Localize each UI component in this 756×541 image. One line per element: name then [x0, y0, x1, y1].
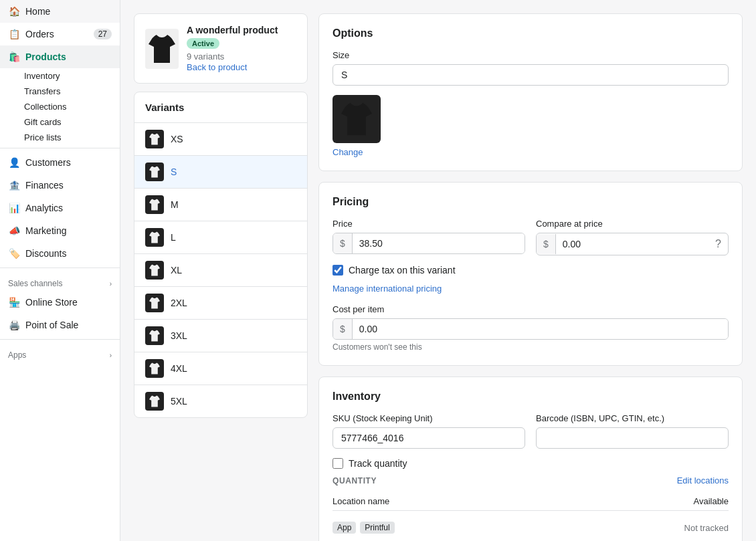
sales-channels-chevron[interactable]: › — [110, 280, 112, 288]
inventory-fields-row: SKU (Stock Keeping Unit) Barcode (ISBN, … — [333, 413, 729, 449]
sidebar: 🏠 Home 📋 Orders 27 🛍️ Products Inventory… — [0, 0, 120, 541]
sidebar-item-orders[interactable]: 📋 Orders 27 — [0, 23, 120, 45]
change-image-link[interactable]: Change — [333, 147, 363, 157]
pricing-card: Pricing Price $ Compare at price $ — [318, 182, 743, 366]
variant-label: 5XL — [171, 396, 187, 407]
variant-thumbnail — [145, 261, 164, 280]
variant-label: M — [171, 199, 179, 210]
variant-label: 2XL — [171, 298, 187, 308]
sidebar-item-discounts[interactable]: 🏷️ Discounts — [0, 242, 120, 265]
back-to-product-link[interactable]: Back to product — [187, 62, 247, 72]
variant-item[interactable]: XL — [134, 254, 307, 287]
price-currency-symbol: $ — [333, 233, 353, 253]
cost-section: Cost per item $ Customers won't see this — [333, 304, 729, 352]
size-input[interactable] — [333, 64, 729, 86]
products-icon: 🛍️ — [8, 51, 20, 63]
left-panel: A wonderful product Active 9 variants Ba… — [134, 13, 308, 528]
barcode-label: Barcode (ISBN, UPC, GTIN, etc.) — [536, 413, 729, 423]
compare-help-icon[interactable]: ? — [708, 233, 728, 255]
quantity-section: QUANTITY Edit locations Location name Av… — [333, 475, 729, 539]
price-input-wrapper: $ — [333, 233, 525, 254]
location-tag: Printful — [360, 522, 394, 534]
variant-thumbnail — [145, 195, 164, 214]
compare-input-wrapper: $ ? — [536, 233, 729, 255]
track-quantity-checkbox[interactable] — [333, 458, 343, 469]
right-panel: Options Size Change Pricing Pr — [318, 13, 743, 528]
sidebar-item-customers[interactable]: 👤 Customers — [0, 151, 120, 174]
compare-price-label: Compare at price — [536, 219, 729, 229]
variant-thumbnail — [145, 392, 164, 411]
quantity-row: AppPrintful Not tracked — [333, 516, 729, 539]
sidebar-item-finances[interactable]: 🏦 Finances — [0, 174, 120, 197]
product-info: A wonderful product Active 9 variants Ba… — [187, 25, 296, 72]
variant-thumbnail — [145, 163, 164, 181]
available-col-header: Available — [693, 496, 729, 506]
charge-tax-row: Charge tax on this variant — [333, 265, 729, 276]
sidebar-item-marketing[interactable]: 📣 Marketing — [0, 219, 120, 242]
variants-title: Variants — [134, 92, 307, 123]
edit-locations-link[interactable]: Edit locations — [677, 475, 729, 485]
charge-tax-checkbox[interactable] — [333, 265, 343, 276]
variant-item[interactable]: M — [134, 189, 307, 221]
sku-label: SKU (Stock Keeping Unit) — [333, 413, 525, 423]
sidebar-item-home[interactable]: 🏠 Home — [0, 0, 120, 23]
manage-international-pricing-link[interactable]: Manage international pricing — [333, 284, 442, 294]
variant-label: S — [171, 167, 177, 177]
sidebar-item-online-store[interactable]: 🏪 Online Store — [0, 291, 120, 314]
cost-hint: Customers won't see this — [333, 342, 729, 352]
orders-icon: 📋 — [8, 28, 20, 40]
location-col-header: Location name — [333, 496, 389, 506]
location-name: AppPrintful — [333, 522, 395, 534]
apps-section: Apps › — [0, 342, 120, 362]
sidebar-sub-price-lists[interactable]: Price lists — [0, 130, 120, 145]
quantity-header: QUANTITY Edit locations — [333, 475, 729, 485]
sidebar-sub-collections[interactable]: Collections — [0, 99, 120, 114]
barcode-input[interactable] — [536, 427, 729, 449]
apps-chevron[interactable]: › — [110, 352, 112, 359]
price-col: Price $ — [333, 219, 525, 255]
variant-thumbnail — [145, 294, 164, 312]
content-area: A wonderful product Active 9 variants Ba… — [120, 0, 756, 541]
product-thumbnail — [145, 29, 179, 69]
track-quantity-label[interactable]: Track quantity — [349, 458, 407, 469]
variant-item[interactable]: 3XL — [134, 320, 307, 352]
sku-input[interactable] — [333, 427, 525, 449]
sidebar-item-products[interactable]: 🛍️ Products — [0, 45, 120, 68]
price-label: Price — [333, 219, 525, 229]
product-status-badge: Active — [187, 38, 219, 49]
inventory-title: Inventory — [333, 391, 729, 403]
marketing-icon: 📣 — [8, 225, 20, 237]
variant-thumbnail — [145, 359, 164, 378]
sidebar-item-analytics[interactable]: 📊 Analytics — [0, 197, 120, 219]
size-label: Size — [333, 50, 729, 60]
compare-price-col: Compare at price $ ? — [536, 219, 729, 255]
compare-currency-symbol: $ — [537, 234, 556, 254]
variant-thumbnail — [145, 228, 164, 247]
variant-item[interactable]: 2XL — [134, 287, 307, 320]
charge-tax-label[interactable]: Charge tax on this variant — [349, 265, 456, 276]
quantity-section-title: QUANTITY — [333, 476, 377, 485]
variant-label: 4XL — [171, 363, 187, 374]
discounts-icon: 🏷️ — [8, 247, 20, 259]
location-tag: App — [333, 522, 356, 534]
variant-item[interactable]: XS — [134, 123, 307, 156]
cost-input[interactable] — [353, 319, 728, 339]
sidebar-item-point-of-sale[interactable]: 🖨️ Point of Sale — [0, 314, 120, 336]
sidebar-sub-gift-cards[interactable]: Gift cards — [0, 114, 120, 130]
cost-input-wrapper: $ — [333, 318, 729, 340]
sales-channels-section: Sales channels › — [0, 271, 120, 291]
variant-item[interactable]: L — [134, 221, 307, 254]
sidebar-sub-inventory[interactable]: Inventory — [0, 68, 120, 84]
variants-list: XS S M L — [134, 123, 307, 417]
pos-icon: 🖨️ — [8, 319, 20, 331]
cost-label: Cost per item — [333, 304, 729, 314]
variant-item[interactable]: 5XL — [134, 385, 307, 417]
price-input[interactable] — [353, 233, 525, 253]
variants-card: Variants XS S M — [134, 92, 308, 418]
quantity-rows: AppPrintful Not tracked — [333, 516, 729, 539]
variant-item[interactable]: S — [134, 156, 307, 189]
compare-price-input[interactable] — [556, 234, 708, 254]
sidebar-sub-transfers[interactable]: Transfers — [0, 84, 120, 99]
variant-item[interactable]: 4XL — [134, 352, 307, 385]
finances-icon: 🏦 — [8, 179, 20, 191]
